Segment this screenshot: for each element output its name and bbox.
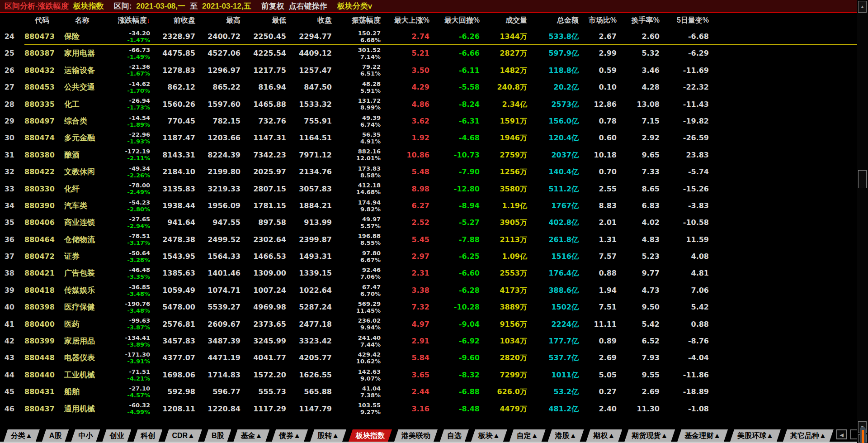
- bottom-tab[interactable]: B股: [204, 429, 231, 442]
- cell-max_up: 3.38: [382, 282, 431, 299]
- cell-amount: 481.2亿: [529, 400, 580, 417]
- cell-volume: 240.8万: [481, 79, 529, 95]
- table-row[interactable]: 28880335化工-26.94-1.73%1560.261597.601465…: [0, 96, 857, 113]
- cell-amount: 388.6亿: [529, 282, 580, 299]
- cell-high: 1203.66: [197, 129, 242, 146]
- table-row[interactable]: 39880418传媒娱乐-36.85-3.48%1059.491074.7110…: [0, 282, 857, 299]
- column-header-turnover[interactable]: 换手率%: [618, 16, 661, 25]
- table-row[interactable]: 35880406商业连锁-27.65-2.94%941.64947.55897.…: [0, 214, 857, 231]
- cell-chg: -36.85-3.48%: [105, 282, 152, 299]
- analysis-mode-label[interactable]: 区间分析-涨跌幅度: [5, 1, 69, 11]
- bottom-tab[interactable]: 基金理财▲: [677, 429, 728, 442]
- column-header-max_up[interactable]: 最大上涨%: [382, 16, 431, 25]
- cell-close: 755.91: [288, 113, 334, 129]
- bottom-tab[interactable]: 分类▲: [4, 429, 40, 442]
- cell-max_dd: -7.88: [431, 231, 481, 248]
- cell-vol_chg_5d: 4.81: [661, 265, 711, 281]
- table-row[interactable]: 37880472证券-50.64-3.28%1543.951564.331466…: [0, 248, 857, 265]
- cell-vol_chg_5d: -5.74: [661, 163, 711, 180]
- cell-vol_chg_5d: -3.83: [661, 197, 711, 214]
- bottom-tab[interactable]: 美股环球▲: [730, 429, 781, 442]
- table-row[interactable]: 41880400医药-99.63-3.87%2576.812609.672373…: [0, 316, 857, 333]
- column-header-volume[interactable]: 成交量: [481, 16, 529, 25]
- table-row[interactable]: 46880437通用机械-60.32-4.99%1208.111220.8411…: [0, 400, 857, 417]
- tab-scroll-left-button[interactable]: ◀: [836, 429, 847, 439]
- bottom-tab[interactable]: 中小: [71, 429, 100, 442]
- table-row[interactable]: 42880399家居用品-134.41-3.89%3457.833487.393…: [0, 333, 857, 349]
- bottom-tab[interactable]: 其它品种▲: [783, 429, 834, 442]
- column-header-vol_chg_5d[interactable]: 5日量变%: [661, 16, 711, 25]
- cell-high: 2499.52: [197, 231, 242, 248]
- cell-low: 1466.53: [242, 248, 288, 265]
- cell-max_up: 8.98: [382, 181, 431, 197]
- cell-chg: -21.36-1.67%: [105, 62, 152, 79]
- bottom-tab[interactable]: 股转▲: [310, 429, 346, 442]
- cell-high: 4471.19: [197, 349, 242, 366]
- cell-prev_close: 2184.10: [152, 163, 197, 180]
- bottom-tab[interactable]: 港股▲: [548, 429, 584, 442]
- column-header-code[interactable]: 代码: [24, 16, 60, 25]
- scroll-up-button[interactable]: ▲: [858, 1, 867, 13]
- table-row[interactable]: 31880380酿酒-172.19-2.11%8143.318224.39734…: [0, 147, 857, 163]
- cell-low: 732.76: [242, 113, 288, 129]
- scrollbar-thumb[interactable]: [858, 170, 867, 188]
- cell-turnover: 4.83: [618, 231, 661, 248]
- table-row[interactable]: 30880474多元金融-22.96-1.93%1187.471203.6611…: [0, 129, 857, 146]
- cell-max_dd: -6.31: [431, 113, 481, 129]
- bottom-tab[interactable]: 期权▲: [586, 429, 623, 442]
- column-header-market_pct[interactable]: 市场比%: [580, 16, 618, 25]
- cell-chg: -46.48-3.35%: [105, 265, 152, 281]
- bottom-tab[interactable]: A股: [42, 429, 69, 442]
- bottom-tab[interactable]: 债券▲: [272, 429, 308, 442]
- column-header-max_dd[interactable]: 最大回撤%: [431, 16, 481, 25]
- table-row[interactable]: 27880453公共交通-14.62-1.70%862.12865.22816.…: [0, 79, 857, 95]
- table-row[interactable]: 24880473保险-34.20-1.47%2328.972400.722250…: [0, 28, 857, 45]
- bottom-tab[interactable]: CDR▲: [165, 429, 202, 442]
- cell-chg: -66.73-1.49%: [105, 45, 152, 62]
- vertical-scrollbar[interactable]: ▲ ▼: [857, 0, 868, 443]
- bottom-tab[interactable]: 自选: [440, 429, 469, 442]
- table-row[interactable]: 44880440工业机械-71.51-4.21%1698.061714.8315…: [0, 367, 857, 383]
- cell-osc: 92.467.06%: [334, 265, 382, 281]
- table-row[interactable]: 34880390汽车类-54.23-2.80%1938.441956.09178…: [0, 197, 857, 214]
- cell-low: 1147.31: [242, 129, 288, 146]
- adjust-mode-label[interactable]: 前复权: [261, 1, 284, 11]
- cell-high: 1074.71: [197, 282, 242, 299]
- table-row[interactable]: 26880432运输设备-21.36-1.67%1278.831296.9712…: [0, 62, 857, 79]
- column-header-high[interactable]: 最高: [197, 16, 242, 25]
- range-start-date[interactable]: 2021-03-08,一: [136, 1, 185, 11]
- bottom-tab[interactable]: 期货现货▲: [624, 429, 675, 442]
- bottom-tab[interactable]: 基金▲: [233, 429, 269, 442]
- column-header-low[interactable]: 最低: [242, 16, 288, 25]
- board-index-label[interactable]: 板块指数: [73, 1, 104, 11]
- column-header-close[interactable]: 收盘: [288, 16, 334, 25]
- cell-close: 1493.31: [288, 248, 334, 265]
- cell-low: 1007.24: [242, 282, 288, 299]
- table-row[interactable]: 33880330化纤-78.00-2.49%3135.833219.332807…: [0, 181, 857, 197]
- table-row[interactable]: 38880421广告包装-46.48-3.35%1385.631401.4613…: [0, 265, 857, 281]
- column-header-chg[interactable]: 涨跌幅度↓: [105, 16, 152, 25]
- table-row[interactable]: 29880497综合类-14.54-1.89%770.45782.15732.7…: [0, 113, 857, 129]
- bottom-tab[interactable]: 港美联动: [394, 429, 438, 442]
- table-row[interactable]: 25880387家用电器-66.73-1.49%4475.854527.0642…: [0, 45, 857, 62]
- bottom-tab[interactable]: 科创: [133, 429, 162, 442]
- column-header-prev_close[interactable]: 前收盘: [152, 16, 197, 25]
- column-header-amount[interactable]: 总金额: [529, 16, 580, 25]
- table-row[interactable]: 45880431船舶-27.10-4.57%592.98596.77555.73…: [0, 383, 857, 400]
- table-row[interactable]: 36880464仓储物流-78.51-3.17%2478.382499.5223…: [0, 231, 857, 248]
- bottom-tab[interactable]: 创业: [102, 429, 131, 442]
- column-header-name[interactable]: 名称: [60, 16, 105, 25]
- table-row[interactable]: 40880398医疗保健-190.76-3.48%5478.005539.274…: [0, 299, 857, 315]
- column-header-osc[interactable]: 振荡幅度: [334, 16, 382, 25]
- bottom-tab[interactable]: 板块▲: [471, 429, 507, 442]
- bottom-tab[interactable]: 自定▲: [509, 429, 546, 442]
- cell-close: 1339.15: [288, 265, 334, 281]
- cell-name: 综合类: [60, 113, 105, 129]
- cell-prev_close: 1059.49: [152, 282, 197, 299]
- range-end-date[interactable]: 2021-03-12,五: [202, 1, 251, 11]
- cell-market_pct: 8.83: [580, 197, 618, 214]
- sector-category-dropdown[interactable]: 板块分类v: [337, 1, 372, 11]
- table-row[interactable]: 32880422文教休闲-49.34-2.26%2184.102199.8020…: [0, 163, 857, 180]
- bottom-tab-active[interactable]: 板块指数: [349, 429, 392, 442]
- table-row[interactable]: 43880448电器仪表-171.30-3.91%4377.074471.194…: [0, 349, 857, 366]
